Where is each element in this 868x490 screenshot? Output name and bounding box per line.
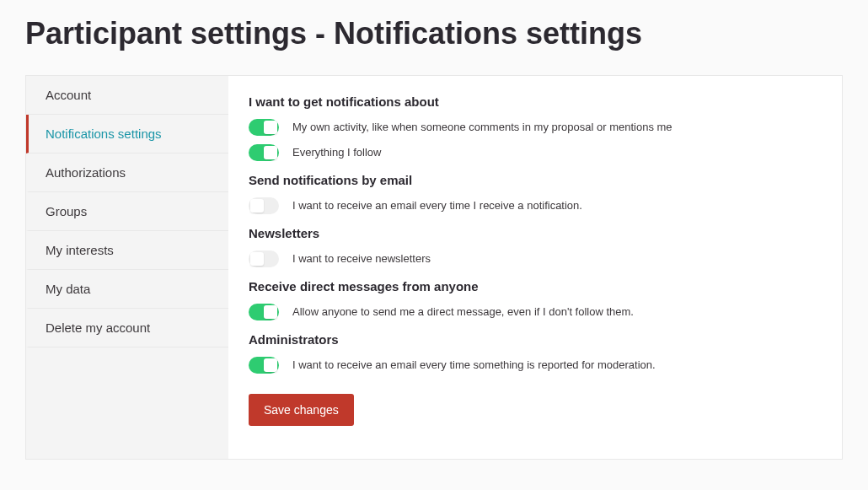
settings-panel: Account Notifications settings Authoriza… (25, 75, 843, 460)
row-everything-follow: Everything I follow (249, 144, 822, 161)
sidebar: Account Notifications settings Authoriza… (26, 76, 228, 459)
toggle-everything-follow[interactable] (249, 144, 279, 161)
toggle-dm[interactable] (249, 304, 279, 320)
heading-about: I want to get notifications about (249, 94, 822, 109)
row-own-activity: My own activity, like when someone comme… (249, 119, 822, 136)
sidebar-item-authorizations[interactable]: Authorizations (26, 153, 228, 192)
label-newsletters: I want to receive newsletters (292, 252, 431, 267)
sidebar-item-groups[interactable]: Groups (26, 192, 228, 231)
row-newsletters: I want to receive newsletters (249, 250, 822, 267)
sidebar-item-notifications[interactable]: Notifications settings (26, 115, 228, 153)
row-admins: I want to receive an email every time so… (249, 357, 822, 374)
label-own-activity: My own activity, like when someone comme… (292, 121, 672, 135)
label-everything-follow: Everything I follow (292, 146, 382, 160)
heading-admins: Administrators (249, 332, 822, 347)
heading-dm: Receive direct messages from anyone (249, 279, 822, 293)
content-pane: I want to get notifications about My own… (228, 76, 842, 459)
row-email-notif: I want to receive an email every time I … (249, 197, 822, 214)
toggle-admins[interactable] (249, 357, 279, 374)
sidebar-item-my-data[interactable]: My data (26, 270, 228, 309)
sidebar-item-account[interactable]: Account (26, 76, 228, 115)
label-email-notif: I want to receive an email every time I … (292, 199, 582, 213)
sidebar-item-my-interests[interactable]: My interests (26, 231, 228, 270)
toggle-email-notif[interactable] (249, 197, 279, 214)
label-dm: Allow anyone to send me a direct message… (292, 305, 634, 320)
page-title: Participant settings - Notifications set… (0, 0, 868, 72)
row-dm: Allow anyone to send me a direct message… (249, 304, 822, 320)
sidebar-item-delete-account[interactable]: Delete my account (26, 309, 228, 347)
heading-email: Send notifications by email (249, 173, 822, 187)
heading-newsletters: Newsletters (249, 226, 822, 240)
label-admins: I want to receive an email every time so… (292, 358, 656, 373)
save-button[interactable]: Save changes (249, 394, 354, 426)
toggle-own-activity[interactable] (249, 119, 279, 136)
toggle-newsletters[interactable] (249, 250, 279, 267)
